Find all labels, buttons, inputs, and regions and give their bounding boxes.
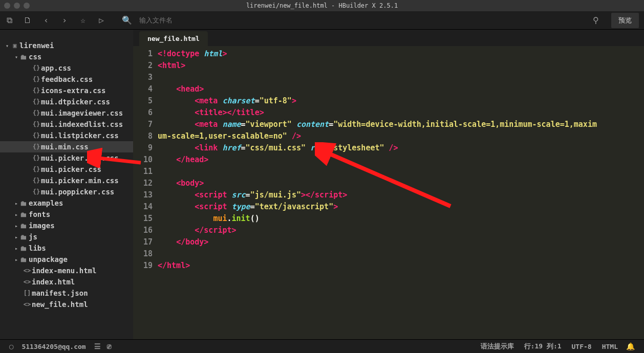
list-icon[interactable]: ☰ <box>94 342 101 350</box>
bell-icon[interactable]: 🔔 <box>626 342 635 350</box>
tree-file[interactable]: <>new_file.html <box>0 299 133 310</box>
new-file-icon[interactable]: ⧉ <box>0 15 18 25</box>
tree-file[interactable]: []manifest.json <box>0 288 133 299</box>
favorite-icon[interactable]: ☆ <box>74 15 92 25</box>
code-content[interactable]: <!doctype html> <html> <head> <meta char… <box>158 46 644 339</box>
minimize-window-icon[interactable] <box>14 3 20 9</box>
tree-file[interactable]: {}mui.picker.min.css <box>0 175 133 186</box>
window-title: lirenwei/new_file.html - HBuilder X 2.5.… <box>0 2 644 9</box>
tree-folder-css[interactable]: ▾css <box>0 51 133 62</box>
file-explorer[interactable]: ▾▣lirenwei ▾css {}app.css {}feedback.css… <box>0 30 133 339</box>
tree-file[interactable]: <>index.html <box>0 276 133 288</box>
titlebar: lirenwei/new_file.html - HBuilder X 2.5.… <box>0 0 644 11</box>
status-language[interactable]: HTML <box>602 343 618 350</box>
search-box[interactable] <box>136 16 587 24</box>
tree-file[interactable]: {}mui.dtpicker.css <box>0 96 133 107</box>
tree-folder[interactable]: ▸libs <box>0 242 133 254</box>
tree-file[interactable]: {}icons-extra.css <box>0 85 133 96</box>
terminal-icon[interactable]: ⎚ <box>107 342 111 350</box>
tree-file-selected[interactable]: {}mui.min.css <box>0 141 133 152</box>
status-syntax[interactable]: 语法提示库 <box>481 342 514 351</box>
tab-active[interactable]: new_file.html <box>139 31 208 46</box>
line-gutter: 12345678910111213141516171819 <box>133 46 158 339</box>
status-encoding[interactable]: UTF-8 <box>572 343 592 350</box>
maximize-window-icon[interactable] <box>24 3 30 9</box>
tree-file[interactable]: <>index-menu.html <box>0 265 133 276</box>
close-window-icon[interactable] <box>4 3 10 9</box>
run-icon[interactable]: ▷ <box>92 15 111 25</box>
tree-file[interactable]: {}mui.indexedlist.css <box>0 119 133 130</box>
code-area[interactable]: 12345678910111213141516171819 <!doctype … <box>133 46 644 339</box>
tree-folder[interactable]: ▸examples <box>0 197 133 209</box>
tree-folder[interactable]: ▸images <box>0 220 133 231</box>
tree-file[interactable]: {}mui.picker.css <box>0 164 133 175</box>
editor-tabs: new_file.html <box>133 30 644 46</box>
toolbar: ⧉ 🗋 ‹ › ☆ ▷ 🔍 ⚲ 预览 <box>0 11 644 30</box>
tree-file[interactable]: {}mui.picker.all.css <box>0 152 133 164</box>
nav-back-icon[interactable]: ‹ <box>37 15 55 25</box>
search-input[interactable] <box>139 16 242 24</box>
tree-project-root[interactable]: ▾▣lirenwei <box>0 40 133 51</box>
nav-forward-icon[interactable]: › <box>55 15 74 25</box>
editor: new_file.html 12345678910111213141516171… <box>133 30 644 339</box>
search-panel-icon[interactable]: 🔍 <box>118 15 136 25</box>
status-user[interactable]: 511364205@qq.com <box>22 343 85 350</box>
status-bar: ◯ 511364205@qq.com ☰ ⎚ 语法提示库 行:19 列:1 UT… <box>0 339 644 353</box>
tree-file[interactable]: {}feedback.css <box>0 74 133 85</box>
preview-button[interactable]: 预览 <box>611 13 639 28</box>
status-cursor-position[interactable]: 行:19 列:1 <box>524 342 562 351</box>
tree-file[interactable]: {}app.css <box>0 62 133 74</box>
tree-file[interactable]: {}mui.listpicker.css <box>0 130 133 141</box>
tree-folder[interactable]: ▸unpackage <box>0 254 133 265</box>
tree-file[interactable]: {}mui.imageviewer.css <box>0 107 133 119</box>
tree-file[interactable]: {}mui.poppicker.css <box>0 186 133 197</box>
tree-folder[interactable]: ▸fonts <box>0 209 133 220</box>
user-icon[interactable]: ◯ <box>9 342 13 350</box>
save-icon[interactable]: 🗋 <box>18 15 37 25</box>
filter-icon[interactable]: ⚲ <box>587 15 605 25</box>
window-buttons <box>4 3 30 9</box>
tree-folder[interactable]: ▸js <box>0 231 133 242</box>
